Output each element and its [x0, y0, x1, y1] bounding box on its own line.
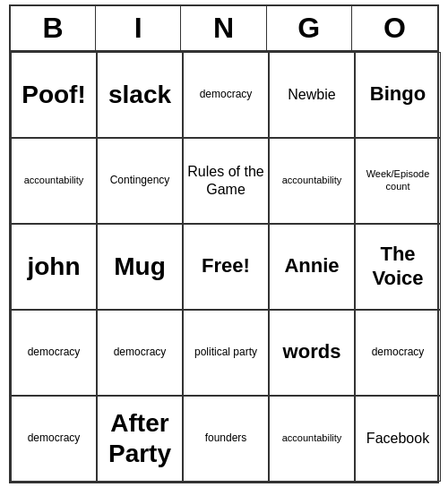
cell-text: Free!: [202, 254, 250, 278]
bingo-cell: Contingency: [97, 138, 183, 224]
header-letter: I: [96, 6, 181, 50]
bingo-cell: slack: [97, 52, 183, 138]
bingo-card: BINGO Poof!slackdemocracyNewbieBingoacco…: [9, 4, 439, 483]
cell-text: accountability: [282, 175, 342, 186]
header-letter: B: [11, 6, 96, 50]
bingo-cell: democracy: [11, 310, 97, 396]
cell-text: The Voice: [359, 243, 436, 290]
bingo-cell: democracy: [11, 396, 97, 482]
bingo-cell: democracy: [183, 52, 269, 138]
bingo-cell: After Party: [97, 396, 183, 482]
bingo-cell: words: [269, 310, 355, 396]
bingo-cell: Newbie: [269, 52, 355, 138]
cell-text: democracy: [372, 346, 425, 358]
bingo-cell: Week/Episode count: [355, 138, 441, 224]
cell-text: Contingency: [110, 174, 170, 186]
bingo-cell: Annie: [269, 224, 355, 310]
bingo-cell: accountability: [11, 138, 97, 224]
cell-text: Bingo: [370, 82, 426, 106]
bingo-header: BINGO: [11, 6, 437, 52]
cell-text: words: [283, 340, 341, 363]
bingo-cell: john: [11, 224, 97, 310]
bingo-cell: democracy: [97, 310, 183, 396]
cell-text: john: [27, 252, 80, 282]
cell-text: slack: [108, 80, 171, 110]
header-letter: O: [352, 6, 437, 50]
bingo-cell: founders: [183, 396, 269, 482]
bingo-cell: Free!: [183, 224, 269, 310]
bingo-cell: accountability: [269, 396, 355, 482]
cell-text: Week/Episode count: [359, 168, 436, 192]
bingo-grid: Poof!slackdemocracyNewbieBingoaccountabi…: [11, 52, 437, 482]
cell-text: Mug: [114, 252, 166, 282]
cell-text: political party: [194, 346, 257, 358]
header-letter: G: [267, 6, 352, 50]
cell-text: Facebook: [366, 430, 429, 447]
bingo-cell: Mug: [97, 224, 183, 310]
cell-text: accountability: [24, 175, 84, 186]
bingo-cell: accountability: [269, 138, 355, 224]
cell-text: democracy: [28, 431, 81, 444]
cell-text: democracy: [200, 88, 253, 100]
cell-text: accountability: [282, 432, 342, 444]
bingo-cell: Rules of the Game: [183, 138, 269, 224]
bingo-cell: political party: [183, 310, 269, 396]
cell-text: democracy: [28, 346, 81, 358]
cell-text: Rules of the Game: [187, 163, 264, 197]
cell-text: Annie: [284, 254, 339, 278]
header-letter: N: [181, 6, 266, 50]
bingo-cell: democracy: [355, 310, 441, 396]
bingo-cell: The Voice: [355, 224, 441, 310]
cell-text: Poof!: [22, 80, 86, 110]
cell-text: After Party: [101, 408, 178, 468]
bingo-cell: Bingo: [355, 52, 441, 138]
cell-text: Newbie: [288, 86, 335, 103]
bingo-cell: Poof!: [11, 52, 97, 138]
bingo-cell: Facebook: [355, 396, 441, 482]
cell-text: democracy: [114, 346, 167, 358]
cell-text: founders: [205, 431, 247, 444]
